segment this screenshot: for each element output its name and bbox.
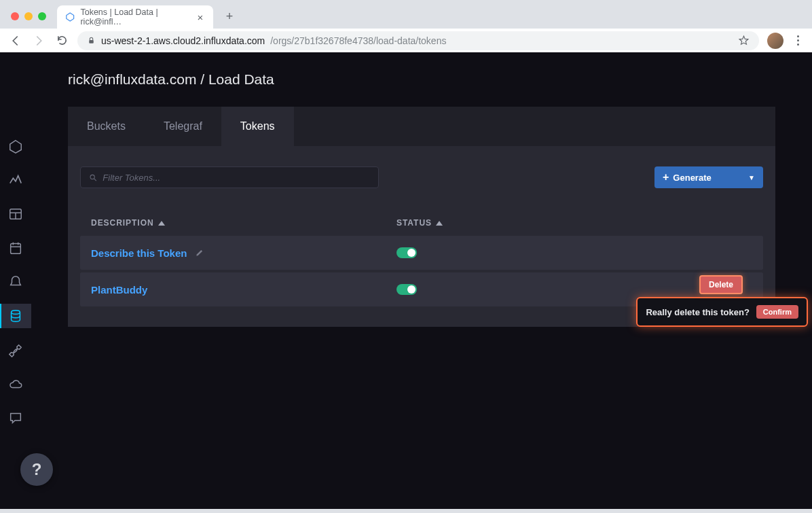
delete-button[interactable]: Delete	[699, 275, 743, 294]
col-status[interactable]: STATUS	[396, 218, 519, 228]
generate-button[interactable]: + Generate ▼	[654, 166, 763, 188]
generate-label: Generate	[673, 173, 711, 183]
new-tab-button[interactable]: +	[220, 7, 239, 26]
confirm-dialog: Really delete this token? Confirm	[636, 297, 808, 327]
svg-rect-6	[11, 244, 21, 254]
confirm-question: Really delete this token?	[646, 307, 749, 317]
token-name-label: Describe this Token	[91, 247, 187, 259]
tab-title: Tokens | Load Data | rick@infl…	[80, 7, 189, 26]
col-description-label: DESCRIPTION	[91, 218, 154, 228]
search-input[interactable]	[103, 173, 370, 183]
sidebar-item-feedback[interactable]	[0, 406, 31, 430]
confirm-button[interactable]: Confirm	[756, 305, 798, 319]
svg-point-10	[12, 311, 20, 315]
browser-chrome: Tokens | Load Data | rick@infl… × + us-w…	[0, 0, 812, 52]
sidebar-item-load-data[interactable]	[0, 304, 31, 328]
svg-rect-1	[89, 40, 94, 43]
delete-popover: Delete Really delete this token? Confirm	[636, 278, 808, 327]
sidebar-item-dashboards[interactable]	[0, 202, 31, 226]
pencil-icon[interactable]	[195, 248, 204, 258]
token-link[interactable]: PlantBuddy	[91, 284, 396, 296]
tab-telegraf[interactable]: Telegraf	[145, 107, 221, 146]
tab-strip: Tokens | Load Data | rick@infl… × +	[0, 0, 812, 29]
sidebar-item-explore[interactable]	[0, 168, 31, 192]
sidebar-item-cloud[interactable]	[0, 372, 31, 396]
app-root: rick@influxdata.com / Load Data Buckets …	[0, 52, 812, 513]
forward-button[interactable]	[31, 33, 46, 48]
sidebar-item-settings[interactable]	[0, 338, 31, 362]
address-bar: us-west-2-1.aws.cloud2.influxdata.com/or…	[0, 29, 812, 52]
sidebar-item-alerts[interactable]	[0, 270, 31, 294]
reload-button[interactable]	[54, 33, 69, 48]
svg-marker-2	[10, 141, 22, 153]
help-button[interactable]: ?	[20, 453, 53, 486]
window-close-icon[interactable]	[11, 12, 19, 20]
status-toggle[interactable]	[396, 247, 417, 258]
profile-avatar[interactable]	[767, 33, 783, 49]
breadcrumb: rick@influxdata.com / Load Data	[68, 71, 775, 88]
window-max-icon[interactable]	[38, 12, 46, 20]
svg-marker-0	[67, 13, 74, 21]
browser-menu-icon[interactable]	[792, 35, 804, 47]
lock-icon	[87, 36, 96, 45]
search-icon	[89, 173, 97, 182]
col-status-label: STATUS	[396, 218, 432, 228]
main-content: rick@influxdata.com / Load Data Buckets …	[31, 52, 812, 513]
window-min-icon[interactable]	[24, 12, 33, 20]
sort-asc-icon	[436, 221, 443, 226]
toolbar: + Generate ▼	[80, 166, 763, 188]
svg-point-11	[90, 175, 94, 179]
close-tab-icon[interactable]: ×	[196, 12, 205, 22]
sidebar-nav	[0, 52, 31, 513]
token-link[interactable]: Describe this Token	[91, 247, 396, 259]
url-input[interactable]: us-west-2-1.aws.cloud2.influxdata.com/or…	[77, 31, 759, 50]
search-input-wrap[interactable]	[80, 166, 379, 188]
sort-asc-icon	[158, 221, 165, 226]
table-header: DESCRIPTION STATUS	[80, 206, 763, 236]
tab-bar: Buckets Telegraf Tokens	[68, 107, 775, 146]
plus-icon: +	[663, 171, 669, 183]
browser-tab[interactable]: Tokens | Load Data | rick@infl… ×	[57, 5, 213, 29]
token-name-label: PlantBuddy	[91, 284, 147, 296]
back-button[interactable]	[8, 33, 23, 48]
browser-footer	[0, 509, 812, 513]
help-icon: ?	[32, 460, 42, 479]
chevron-down-icon: ▼	[748, 174, 755, 181]
svg-line-12	[94, 179, 96, 181]
url-host: us-west-2-1.aws.cloud2.influxdata.com	[101, 35, 265, 46]
sidebar-item-tasks[interactable]	[0, 236, 31, 260]
table-row: Describe this Token	[80, 236, 763, 270]
sidebar-item-home[interactable]	[0, 134, 31, 158]
tab-tokens[interactable]: Tokens	[221, 107, 294, 146]
tab-buckets[interactable]: Buckets	[68, 107, 145, 146]
window-controls	[7, 12, 53, 29]
url-path: /orgs/27b1f32678fe4738/load-data/tokens	[270, 35, 446, 46]
status-toggle[interactable]	[396, 284, 417, 295]
col-description[interactable]: DESCRIPTION	[91, 218, 396, 228]
bookmark-star-icon[interactable]	[738, 35, 750, 46]
influx-favicon-icon	[65, 12, 75, 22]
